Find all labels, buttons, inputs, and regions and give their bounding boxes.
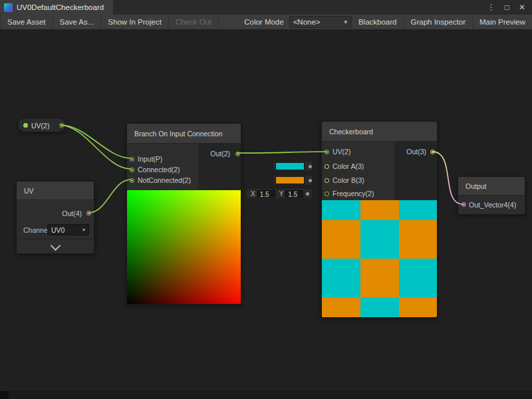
channel-label: Channel	[23, 226, 49, 234]
frequency-y-field[interactable]: 1.5	[285, 190, 303, 198]
port-out-vector4-in[interactable]	[462, 202, 466, 207]
color-b-control[interactable]	[273, 175, 313, 186]
save-asset-button[interactable]: Save Asset	[0, 15, 53, 29]
port-notconnected[interactable]	[130, 178, 134, 183]
channel-value: UV0	[51, 226, 65, 234]
port-label-out3: Out(3)	[406, 147, 426, 156]
node-title: Checkerboard	[322, 122, 437, 142]
port-frequency[interactable]	[325, 192, 329, 196]
save-as-button[interactable]: Save As...	[53, 15, 102, 29]
node-checkerboard[interactable]: Checkerboard UV(2) Color A(3) Color B(3)…	[321, 121, 438, 318]
node-output[interactable]: Output Out_Vector4(4)	[458, 176, 525, 215]
port-label-out-vector4: Out_Vector4(4)	[469, 200, 516, 209]
checkerboard-preview	[322, 200, 438, 318]
blackboard-button[interactable]: Blackboard	[351, 15, 404, 29]
port-uv-in[interactable]	[325, 150, 329, 154]
port-uv-property-out[interactable]	[59, 123, 64, 128]
port-connected[interactable]	[130, 168, 134, 172]
color-a-control[interactable]	[273, 161, 313, 172]
port-checkerboard-out[interactable]	[430, 150, 435, 154]
control-connector-dot	[309, 179, 312, 182]
channel-dropdown[interactable]: UV0 ▾	[47, 224, 89, 235]
color-mode-label: Color Mode	[240, 18, 287, 26]
port-input-p[interactable]	[130, 157, 134, 162]
check-out-button[interactable]: Check Out	[169, 15, 219, 29]
graph-toolbar: Save Asset Save As... Show In Project Ch…	[0, 15, 532, 30]
color-mode-dropdown[interactable]: <None> ▾	[289, 16, 351, 28]
window-controls: ⋮ □ ✕	[487, 0, 532, 15]
color-a-swatch[interactable]	[275, 162, 305, 170]
node-uv-property[interactable]: UV(2)	[17, 118, 66, 132]
node-title: UV	[17, 182, 94, 200]
port-label-out4: Out(4)	[62, 209, 82, 218]
port-label-input-p: Input(P)	[138, 154, 162, 164]
port-label-uv: UV(2)	[332, 147, 350, 156]
tab-uv0defaultcheckerboard[interactable]: UV0DefaultCheckerboard	[0, 0, 113, 15]
control-connector-dot	[306, 192, 309, 196]
bottom-scrollbar-track[interactable]	[0, 391, 532, 399]
menu-icon[interactable]: ⋮	[487, 3, 495, 11]
shader-graph-window: UV0DefaultCheckerboard ⋮ □ ✕ Save Asset …	[0, 0, 532, 399]
scrollbar-corner	[0, 391, 9, 399]
port-label-color-b: Color B(3)	[332, 176, 364, 185]
edge-uvproperty-to-connected[interactable]	[61, 125, 131, 169]
port-label-color-a: Color A(3)	[332, 162, 364, 171]
frequency-x-field[interactable]: 1.5	[257, 190, 275, 198]
color-mode-value: <None>	[293, 18, 321, 26]
port-label-frequency: Frequency(2)	[332, 189, 374, 198]
frequency-x-label: X	[251, 190, 255, 198]
edge-uvnode-to-notconnected[interactable]	[88, 180, 131, 213]
graph-canvas[interactable]: UV(2) Branch On Input Connection Input(P…	[0, 29, 532, 399]
dropdown-arrow-icon: ▾	[344, 19, 347, 25]
edge-branch-to-checkerboard-uv[interactable]	[237, 152, 326, 153]
main-preview-button[interactable]: Main Preview	[472, 15, 532, 29]
tab-bar: UV0DefaultCheckerboard ⋮ □ ✕	[0, 0, 532, 15]
show-in-project-button[interactable]: Show In Project	[101, 15, 169, 29]
graph-inspector-button[interactable]: Graph Inspector	[404, 15, 472, 29]
dropdown-arrow-icon: ▾	[82, 227, 85, 233]
color-b-swatch[interactable]	[275, 176, 305, 184]
port-label-connected: Connected(2)	[138, 165, 180, 174]
maximize-icon[interactable]: □	[505, 3, 509, 11]
property-label: UV(2)	[31, 121, 49, 130]
node-title: Output	[458, 177, 525, 196]
port-uv-out[interactable]	[86, 211, 91, 215]
node-branch-on-input-connection[interactable]: Branch On Input Connection Input(P) Conn…	[126, 123, 241, 305]
shader-graph-icon	[4, 3, 13, 12]
control-connector-dot	[309, 165, 312, 168]
collapse-preview-button[interactable]	[17, 239, 94, 254]
uv-gradient-preview	[127, 190, 241, 305]
port-label-out2: Out(2)	[210, 149, 230, 158]
port-color-b[interactable]	[325, 178, 329, 183]
port-color-a[interactable]	[325, 164, 329, 169]
close-icon[interactable]: ✕	[519, 3, 525, 11]
frequency-y-label: Y	[279, 190, 284, 198]
node-title: Branch On Input Connection	[127, 124, 241, 144]
edge-uvproperty-to-input[interactable]	[61, 125, 131, 158]
frequency-control[interactable]: X 1.5 Y 1.5	[246, 188, 313, 199]
port-label-notconnected: NotConnected(2)	[138, 176, 191, 185]
property-color-dot	[23, 123, 28, 128]
node-uv[interactable]: UV Out(4) Channel UV0 ▾	[16, 181, 94, 254]
tab-title: UV0DefaultCheckerboard	[17, 3, 104, 11]
port-branch-out[interactable]	[235, 152, 240, 156]
chevron-down-icon	[50, 241, 61, 251]
